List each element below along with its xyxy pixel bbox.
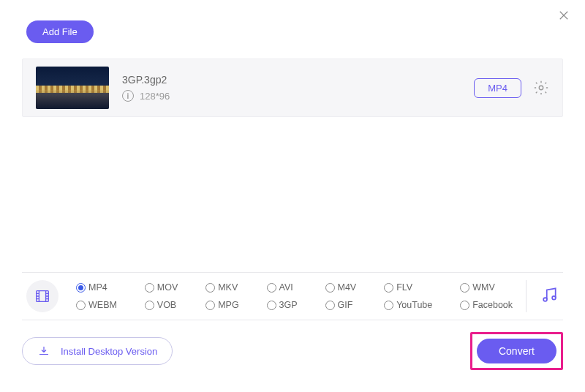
file-info: i 128*96 (122, 90, 474, 102)
install-desktop-button[interactable]: Install Desktop Version (22, 337, 173, 365)
convert-highlight-box: Convert (470, 332, 563, 370)
format-option-label: WMV (472, 282, 495, 293)
add-file-button[interactable]: Add File (26, 20, 94, 43)
radio-icon (384, 301, 393, 310)
video-category-icon[interactable] (26, 280, 58, 312)
convert-button[interactable]: Convert (477, 339, 556, 363)
format-option-3gp[interactable]: 3GP (267, 300, 303, 310)
format-option-label: M4V (338, 282, 357, 293)
file-item: 3GP.3gp2 i 128*96 MP4 (22, 59, 563, 117)
format-option-label: AVI (279, 282, 293, 293)
format-option-webm[interactable]: WEBM (76, 300, 123, 310)
download-icon (37, 344, 50, 358)
radio-icon (325, 283, 335, 293)
radio-icon (76, 301, 86, 310)
format-option-vob[interactable]: VOB (145, 300, 184, 310)
format-panel: MP4MOVMKVAVIM4VFLVWMVWEBMVOBMPG3GPGIFYou… (22, 272, 563, 320)
svg-point-0 (539, 86, 543, 90)
radio-icon (460, 283, 469, 293)
format-option-label: MOV (157, 282, 178, 293)
format-option-label: YouTube (396, 300, 432, 310)
format-option-gif[interactable]: GIF (325, 300, 363, 310)
audio-category-icon[interactable] (540, 285, 559, 307)
radio-icon (205, 283, 215, 293)
radio-icon (76, 283, 86, 293)
format-option-mpg[interactable]: MPG (205, 300, 244, 310)
format-option-wmv[interactable]: WMV (460, 282, 518, 293)
radio-icon (267, 301, 276, 310)
info-icon[interactable]: i (122, 90, 134, 102)
svg-point-2 (543, 298, 547, 301)
format-option-label: FLV (396, 282, 412, 293)
format-option-mp4[interactable]: MP4 (76, 282, 123, 293)
format-option-label: 3GP (279, 300, 298, 310)
format-option-m4v[interactable]: M4V (325, 282, 363, 293)
format-option-label: VOB (157, 300, 176, 310)
footer-bar: Install Desktop Version Convert (22, 332, 563, 370)
panel-divider (526, 280, 526, 312)
format-option-youtube[interactable]: YouTube (384, 300, 438, 310)
format-option-facebook[interactable]: Facebook (460, 300, 518, 310)
format-option-mkv[interactable]: MKV (205, 282, 244, 293)
file-resolution: 128*96 (140, 91, 170, 102)
format-option-label: GIF (338, 300, 353, 310)
format-option-label: MKV (218, 282, 238, 293)
format-option-flv[interactable]: FLV (384, 282, 438, 293)
radio-icon (145, 283, 154, 293)
file-thumbnail (36, 67, 109, 109)
format-option-mov[interactable]: MOV (145, 282, 184, 293)
gear-icon[interactable] (533, 80, 549, 96)
file-name: 3GP.3gp2 (122, 74, 474, 86)
radio-icon (267, 283, 276, 293)
radio-icon (325, 301, 335, 310)
format-option-avi[interactable]: AVI (267, 282, 303, 293)
format-option-label: MP4 (88, 282, 107, 293)
format-options-grid: MP4MOVMKVAVIM4VFLVWMVWEBMVOBMPG3GPGIFYou… (76, 282, 518, 310)
install-label: Install Desktop Version (61, 346, 157, 357)
format-option-label: WEBM (88, 300, 117, 310)
radio-icon (460, 301, 469, 310)
close-icon[interactable] (557, 9, 572, 23)
radio-icon (145, 301, 154, 310)
target-format-badge[interactable]: MP4 (474, 78, 521, 98)
svg-point-3 (552, 296, 556, 300)
format-option-label: MPG (218, 300, 238, 310)
radio-icon (384, 283, 393, 293)
radio-icon (205, 301, 215, 310)
format-option-label: Facebook (472, 300, 513, 310)
file-meta: 3GP.3gp2 i 128*96 (122, 74, 474, 102)
